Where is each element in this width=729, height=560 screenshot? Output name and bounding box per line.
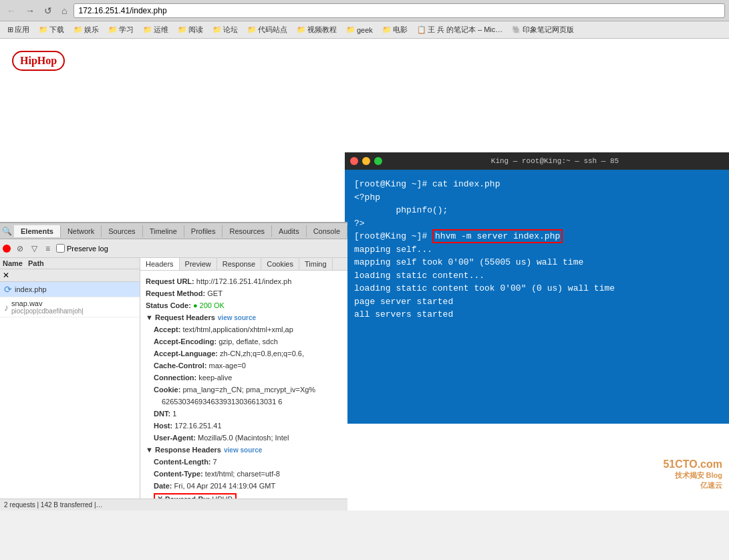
detail-tabs: Headers Preview Response Cookies Timing bbox=[140, 258, 347, 271]
file-name-php: index.php bbox=[15, 285, 47, 293]
filter-icon[interactable]: ▽ bbox=[29, 243, 39, 254]
content-type-row: Content-Type: text/html; charset=utf-8 bbox=[154, 468, 342, 479]
record-icon[interactable] bbox=[3, 245, 11, 253]
bookmark-download[interactable]: 📁 下载 bbox=[35, 24, 67, 35]
bookmarks-bar: ⊞ 应用 📁 下载 📁 娱乐 📁 学习 📁 运维 📁 阅读 📁 论坛 📁 bbox=[0, 21, 729, 39]
terminal-close-button[interactable] bbox=[350, 157, 358, 165]
page-header: HipHop bbox=[0, 39, 729, 83]
content-type-value: text/html; charset=utf-8 bbox=[205, 470, 280, 478]
detail-close-button[interactable]: ✕ bbox=[3, 271, 9, 280]
tab-audits[interactable]: Audits bbox=[272, 225, 307, 237]
dnt-value: 1 bbox=[172, 410, 176, 418]
bookmark-study[interactable]: 📁 学习 bbox=[105, 24, 137, 35]
file-item-snap[interactable]: ♪ snap.wav pioc|pop|cdbaefihamjoh| bbox=[0, 297, 140, 317]
preserve-log-label[interactable]: Preserve log bbox=[56, 244, 108, 253]
content-length-label: Content-Length: bbox=[154, 458, 211, 466]
tab-elements[interactable]: Elements bbox=[14, 225, 61, 237]
cache-control-label: Cache-Control: bbox=[154, 362, 206, 370]
dnt-label: DNT: bbox=[154, 410, 170, 418]
accept-lang-label: Accept-Language: bbox=[154, 349, 218, 358]
bookmark-video[interactable]: 📁 视频教程 bbox=[293, 24, 340, 35]
tab-profiles[interactable]: Profiles bbox=[184, 225, 223, 237]
devtools-search-icon[interactable]: 🔍 bbox=[0, 226, 14, 237]
view-source-link[interactable]: view source bbox=[218, 314, 256, 321]
file-path-wav: pioc|pop|cdbaefihamjoh| bbox=[11, 307, 84, 315]
cookie-row2: 6265303469346339313036613031 6 bbox=[154, 396, 342, 407]
back-button[interactable]: ← bbox=[4, 4, 19, 17]
list-icon[interactable]: ≡ bbox=[43, 243, 52, 254]
stop-icon[interactable]: ⊘ bbox=[15, 243, 25, 254]
cache-control-value: max-age=0 bbox=[209, 362, 246, 370]
file-info-php: index.php bbox=[15, 285, 47, 293]
accept-encoding-value: gzip, deflate, sdch bbox=[218, 337, 278, 345]
cookie-label: Cookie: bbox=[154, 386, 180, 394]
view-source2-link[interactable]: view source bbox=[224, 446, 262, 454]
detail-tab-timing[interactable]: Timing bbox=[299, 258, 333, 270]
address-bar[interactable] bbox=[74, 3, 725, 18]
detail-tab-headers[interactable]: Headers bbox=[140, 258, 180, 270]
terminal-title: King — root@King:~ — ssh — 85 bbox=[386, 157, 724, 165]
detail-tab-cookies[interactable]: Cookies bbox=[261, 258, 299, 270]
detail-close-bar: ✕ bbox=[0, 269, 140, 282]
file-name-wav: snap.wav bbox=[11, 299, 84, 307]
status-code-row: Status Code: ● 200 OK bbox=[146, 300, 342, 311]
accept-label: Accept: bbox=[154, 325, 180, 333]
detail-tab-response[interactable]: Response bbox=[217, 258, 262, 270]
tab-network[interactable]: Network bbox=[61, 225, 102, 237]
apps-label: 应用 bbox=[15, 25, 29, 35]
cookie-value2: 6265303469346339313036613031 6 bbox=[162, 398, 282, 406]
devtools-content: Name Path ✕ ⟳ index.php ♪ snap.wav bbox=[0, 258, 347, 499]
onenote-icon: 📋 bbox=[417, 25, 426, 34]
study-icon: 📁 bbox=[108, 25, 118, 34]
date-value: Fri, 04 Apr 2014 14:19:04 GMT bbox=[174, 482, 276, 490]
terminal-line-6: mapping self... bbox=[354, 243, 720, 257]
host-label: Host: bbox=[154, 422, 172, 430]
refresh-button[interactable]: ↺ bbox=[41, 4, 55, 17]
bookmark-apps[interactable]: ⊞ 应用 bbox=[4, 24, 33, 35]
tab-timeline[interactable]: Timeline bbox=[143, 225, 184, 237]
detail-tab-preview[interactable]: Preview bbox=[180, 258, 217, 270]
bookmark-onenote[interactable]: 📋 王 兵 的笔记本 – Mic… bbox=[414, 24, 506, 35]
ops-icon: 📁 bbox=[143, 25, 152, 34]
request-method-row: Request Method: GET bbox=[146, 288, 342, 299]
terminal-minimize-button[interactable] bbox=[362, 157, 370, 165]
bookmark-entertainment[interactable]: 📁 娱乐 bbox=[70, 24, 102, 35]
connection-row: Connection: keep-alive bbox=[154, 372, 342, 383]
devtools-tabs: 🔍 Elements Network Sources Timeline Prof… bbox=[0, 223, 347, 239]
onenote-label: 王 兵 的笔记本 – Mic… bbox=[428, 25, 502, 35]
status-bar: 2 requests | 142 B transferred |… bbox=[0, 499, 347, 511]
study-label: 学习 bbox=[119, 25, 134, 35]
date-row: Date: Fri, 04 Apr 2014 14:19:04 GMT bbox=[154, 480, 342, 491]
status-code-label: Status Code: bbox=[146, 301, 191, 309]
tab-sources[interactable]: Sources bbox=[102, 225, 142, 237]
home-button[interactable]: ⌂ bbox=[59, 4, 69, 17]
code-icon: 📁 bbox=[247, 25, 257, 34]
browser-chrome: ← → ↺ ⌂ ⊞ 应用 📁 下载 📁 娱乐 📁 学习 📁 运维 📁 阅读 bbox=[0, 0, 729, 39]
terminal-titlebar: King — root@King:~ — ssh — 85 bbox=[345, 152, 729, 170]
devtools-toolbar: ⊘ ▽ ≡ Preserve log bbox=[0, 239, 347, 258]
bookmark-read[interactable]: 📁 阅读 bbox=[174, 24, 206, 35]
hiphop-logo[interactable]: HipHop bbox=[12, 51, 65, 71]
bookmark-ops[interactable]: 📁 运维 bbox=[140, 24, 172, 35]
preserve-log-checkbox[interactable] bbox=[56, 244, 65, 253]
file-icon-wav: ♪ bbox=[4, 302, 9, 313]
bookmark-geek[interactable]: 📁 geek bbox=[343, 25, 376, 35]
ops-label: 运维 bbox=[154, 25, 168, 35]
terminal-maximize-button[interactable] bbox=[374, 157, 382, 165]
tab-resources[interactable]: Resources bbox=[223, 225, 272, 237]
bookmark-code[interactable]: 📁 代码站点 bbox=[244, 24, 291, 35]
request-method-value: GET bbox=[207, 289, 223, 297]
tab-console[interactable]: Console bbox=[307, 225, 347, 237]
forward-button[interactable]: → bbox=[23, 4, 37, 17]
request-headers-section[interactable]: ▼ Request Headers view source bbox=[146, 313, 342, 321]
bookmark-evernote[interactable]: 🐘 印象笔记网页版 bbox=[508, 24, 577, 35]
bookmark-movie[interactable]: 📁 电影 bbox=[379, 24, 411, 35]
page-area: HipHop King — root@King:~ — ssh — 85 [ro… bbox=[0, 39, 729, 511]
bookmark-forum[interactable]: 📁 论坛 bbox=[209, 24, 241, 35]
content-type-label: Content-Type: bbox=[154, 470, 203, 478]
cookie-value: pma_lang=zh_CN; pma_mcrypt_iv=Xg% bbox=[182, 386, 315, 394]
file-item-index[interactable]: ⟳ index.php bbox=[0, 282, 140, 297]
response-headers-section[interactable]: ▼ Response Headers view source bbox=[146, 446, 342, 454]
detail-panel: Headers Preview Response Cookies Timing … bbox=[140, 258, 347, 499]
col-name: Name bbox=[3, 259, 23, 267]
